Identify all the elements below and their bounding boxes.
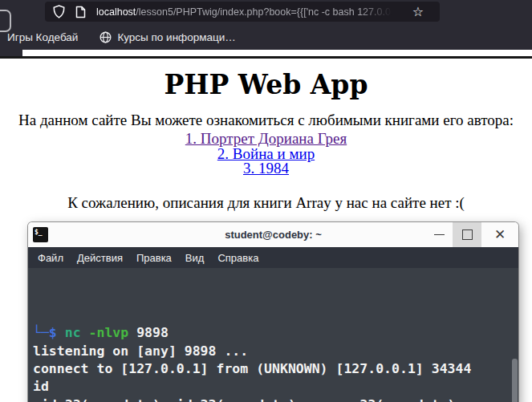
- terminal-line: id: [33, 378, 518, 396]
- page-icon[interactable]: [75, 6, 86, 18]
- bookmark-label: Курсы по информаци…: [117, 31, 235, 43]
- minimize-button[interactable]: [425, 222, 453, 247]
- shield-icon[interactable]: [53, 5, 65, 18]
- divider-strip: [0, 50, 532, 56]
- close-icon: ✕: [494, 226, 506, 243]
- web-page: PHP Web App На данном сайте Вы можете оз…: [0, 59, 532, 212]
- terminal-window: $_ student@codeby: ~ ✕ ФайлДействияПравк…: [28, 222, 518, 402]
- scrollbar-thumb[interactable]: [512, 359, 518, 402]
- terminal-line: └─$ nc -nlvp 9898: [33, 324, 518, 342]
- url-host: localhost: [96, 6, 136, 18]
- bookmark-star-icon[interactable]: ☆: [412, 6, 424, 18]
- terminal-line: uid=33(www-data) gid=33(www-data) groups…: [33, 396, 518, 402]
- book-link[interactable]: 3. 1984: [0, 161, 532, 177]
- terminal-menubar: ФайлДействияПравкаВидСправка: [28, 247, 518, 268]
- terminal-titlebar[interactable]: $_ student@codeby: ~ ✕: [28, 222, 518, 247]
- screen: localhost/lesson5/PHPTwig/index.php?book…: [0, 0, 532, 402]
- url-bar[interactable]: localhost/lesson5/PHPTwig/index.php?book…: [45, 2, 440, 22]
- menu-item[interactable]: Справка: [217, 252, 258, 264]
- book-links: 1. Портрет Дориана Грея2. Война и мир3. …: [0, 132, 532, 177]
- browser-chrome: localhost/lesson5/PHPTwig/index.php?book…: [0, 0, 532, 50]
- maximize-icon: [462, 229, 473, 240]
- bookmark-item[interactable]: Игры Кодебай: [7, 31, 78, 43]
- menu-item[interactable]: Действия: [77, 252, 123, 264]
- minimize-icon: [434, 234, 445, 235]
- menu-item[interactable]: Вид: [185, 252, 205, 264]
- bookmark-label: Игры Кодебай: [7, 31, 78, 43]
- window-buttons: ✕: [425, 222, 518, 247]
- menu-item[interactable]: Правка: [136, 252, 172, 264]
- browser-toolbar: localhost/lesson5/PHPTwig/index.php?book…: [0, 0, 532, 24]
- page-title: PHP Web App: [0, 69, 532, 100]
- globe-icon: [99, 31, 112, 43]
- message-text: К сожалению, описания для книги Array у …: [0, 194, 532, 212]
- bookmarks-bar: Игры Кодебай Курсы по информаци…: [0, 24, 532, 50]
- menu-item[interactable]: Файл: [38, 252, 63, 264]
- intro-text: На данном сайте Вы можете ознакомиться с…: [0, 112, 532, 129]
- terminal-line: listening on [any] 9898 ...: [33, 343, 518, 360]
- book-link[interactable]: 1. Портрет Дориана Грея: [0, 132, 532, 147]
- url-path: /lesson5/PHPTwig/index.php?book={{['nc -…: [136, 6, 395, 18]
- url-text: localhost/lesson5/PHPTwig/index.php?book…: [96, 6, 395, 18]
- terminal-output[interactable]: └─$ nc -nlvp 9898listening on [any] 9898…: [28, 268, 518, 402]
- bookmark-item[interactable]: Курсы по информаци…: [99, 31, 235, 43]
- terminal-line: connect to [127.0.0.1] from (UNKNOWN) [1…: [33, 360, 518, 378]
- maximize-button[interactable]: [453, 222, 481, 247]
- close-button[interactable]: ✕: [481, 222, 518, 247]
